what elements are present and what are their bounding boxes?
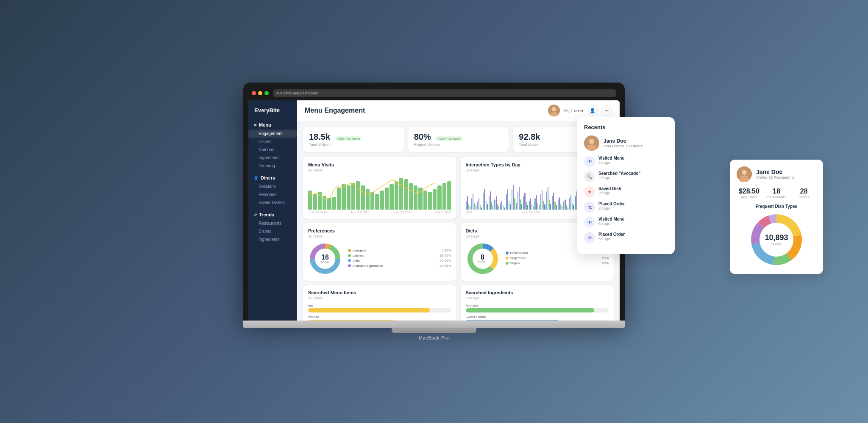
minimize-button[interactable] xyxy=(258,91,262,95)
int-bar-14-2 xyxy=(549,199,550,210)
jane-card-name: Jane Doe xyxy=(756,169,794,175)
int-bar-7-1 xyxy=(507,189,508,210)
int-bar-group-11 xyxy=(529,198,534,210)
legend-item-vegan: Vegan 63% xyxy=(506,261,609,265)
menu-visits-bars xyxy=(308,176,451,210)
sidebar-item-dishes[interactable]: Dishes xyxy=(248,138,297,146)
activity-time-2: 2d ago xyxy=(598,176,640,180)
jane-card-avatar xyxy=(737,166,752,182)
sidebar-item-engagement[interactable]: Engagement xyxy=(248,130,297,138)
sidebar-section-diners: 👤 Diners Sessions Personas Saved Dishes xyxy=(248,173,297,207)
sidebar-item-sessions[interactable]: Sessions xyxy=(248,182,297,191)
jane-card-stats: $28.50 Avg. Order 18 Restaurants 28 Orde… xyxy=(737,188,816,199)
preferences-legend: allergens 6.25% calories 18.75% xyxy=(348,249,451,269)
dashboard-body: 18.5k +20% This Month Total Visitors 80%… xyxy=(297,121,620,321)
int-bar-12-1 xyxy=(536,195,537,210)
recents-panel: Recents Jane Doe 2m xyxy=(577,117,675,254)
maximize-button[interactable] xyxy=(264,91,269,95)
int-bar-17-0 xyxy=(563,202,564,210)
int-bar-6-3 xyxy=(504,207,505,210)
activity-time-5: 6d ago xyxy=(598,221,625,226)
chart-subtitle-preferences: 30 Days xyxy=(308,234,451,238)
activity-text-3: Saved Dish xyxy=(598,186,621,191)
macbook-frame: everybite.app/dashboard EveryBite ✕ Menu xyxy=(243,83,625,340)
sidebar-item-ingredients[interactable]: Ingredients xyxy=(248,154,297,162)
activity-detail-4: Placed Order 2d ago xyxy=(598,202,625,210)
preferences-donut-container: 16 TOTAL allergens xyxy=(308,242,451,276)
legend-label-calories: calories xyxy=(353,254,364,257)
traffic-lights xyxy=(252,91,269,95)
menu-visit-bar-29 xyxy=(447,181,451,210)
app-logo: EveryBite xyxy=(248,107,297,120)
main-content: Menu Engagement Hi, Lorea xyxy=(297,100,620,321)
chart-searched-ingredients: Searched Ingredients 30 Days Avocado xyxy=(461,285,614,321)
int-bar-12-3 xyxy=(539,205,540,210)
stats-row: 18.5k +20% This Month Total Visitors 80%… xyxy=(303,127,614,152)
activity-icon-eye-1: 👁 xyxy=(584,156,595,167)
sidebar-menu-header[interactable]: ✕ Menu xyxy=(248,120,297,130)
sidebar-section-trends: ↗ Trends Restaurants Dishes Ingredients xyxy=(248,210,297,243)
menu-visit-bar-25 xyxy=(428,192,432,210)
menu-visit-bar-7 xyxy=(342,184,345,210)
sidebar-item-restaurants[interactable]: Restaurants xyxy=(248,219,297,227)
menu-visits-chart-area xyxy=(308,176,451,210)
int-bar-1-3 xyxy=(476,205,476,210)
axis-label-2: June 23, 2024 xyxy=(351,211,369,214)
legend-dot-included xyxy=(348,264,351,267)
menu-visit-bar-8 xyxy=(347,185,351,210)
search-bar-avocado: Avocado xyxy=(466,304,609,312)
url-bar[interactable]: everybite.app/dashboard xyxy=(273,89,616,97)
menu-visit-bar-28 xyxy=(442,183,446,210)
profile-icon-btn[interactable]: 👤 xyxy=(587,105,598,116)
chart-title-menu-visits: Menu Visits xyxy=(308,162,451,167)
int-bar-17-1 xyxy=(565,199,565,210)
sidebar-item-saved-dishes[interactable]: Saved Dishes xyxy=(248,199,297,207)
sidebar-item-personas[interactable]: Personas xyxy=(248,191,297,199)
chart-subtitle-searched-menu: 30 Days xyxy=(308,296,451,300)
jane-card-sub: Visited 18 Restaurants xyxy=(756,175,794,180)
menu-visit-bar-16 xyxy=(385,188,389,210)
int-bar-15-1 xyxy=(553,193,554,210)
int-bar-2-1 xyxy=(479,198,479,210)
user-greeting: Hi, Lorea xyxy=(564,108,583,113)
int-bar-18-0 xyxy=(569,198,570,210)
axis-label-1: June 16, 2024 xyxy=(308,211,327,214)
menu-visit-bar-12 xyxy=(366,189,370,210)
sidebar-diners-label: Diners xyxy=(261,175,275,180)
sidebar-diners-header[interactable]: 👤 Diners xyxy=(248,173,297,182)
chart-subtitle-searched-ingredients: 30 Days xyxy=(466,296,609,300)
activity-text-6: Placed Order xyxy=(598,232,625,237)
activity-icon-heart: ♥ xyxy=(584,186,595,197)
searched-ingredients-bars: Avocado Sweet Potato xyxy=(466,304,609,321)
recents-title: Recents xyxy=(584,124,668,130)
search-fill-sweetpotato xyxy=(466,320,559,321)
menu-icon-btn[interactable]: ☰ xyxy=(602,105,612,116)
search-label-avocado: Avocado xyxy=(466,304,609,307)
sidebar-item-dishes-trends[interactable]: Dishes xyxy=(248,227,297,235)
int-bar-14-3 xyxy=(550,204,551,210)
diners-icon: 👤 xyxy=(253,176,259,180)
legend-label-vegetarian: Vegetarian xyxy=(510,256,526,260)
activity-searched-avocado: 🔍 Searched "Avocado" 2d ago xyxy=(584,171,668,182)
int-bar-10-3 xyxy=(527,205,528,210)
int-bar-group-2 xyxy=(477,198,482,210)
sidebar-item-ingredients-trends[interactable]: Ingredients xyxy=(248,235,297,243)
activity-visited-menu-1: 👁 Visited Menu 2d ago xyxy=(584,156,668,167)
jane-stat-restaurants: 18 Restaurants xyxy=(764,188,789,199)
sidebar-trends-header[interactable]: ↗ Trends xyxy=(248,210,297,219)
int-bar-4-0 xyxy=(489,196,490,210)
int-bar-0-2 xyxy=(468,204,469,210)
jane-stat-label-orders: Orders xyxy=(791,195,816,199)
search-bar-sweetpotato: Sweet Potato xyxy=(466,315,609,321)
stat-number-views: 92.8k xyxy=(519,132,540,141)
sidebar-menu-label: Menu xyxy=(259,122,271,127)
legend-item-calories: calories 18.75% xyxy=(348,254,451,257)
browser-chrome: everybite.app/dashboard xyxy=(248,88,620,100)
int-bar-5-3 xyxy=(498,206,499,210)
sidebar-item-nutrition[interactable]: Nutrition xyxy=(248,146,297,154)
sidebar-item-ordering[interactable]: Ordering xyxy=(248,162,297,170)
close-button[interactable] xyxy=(252,91,256,95)
activity-saved-dish: ♥ Saved Dish 2d ago xyxy=(584,186,668,197)
screen-content: EveryBite ✕ Menu Engagement Dishes Nutri… xyxy=(248,100,620,321)
search-label-sweetpotato: Sweet Potato xyxy=(466,315,609,319)
